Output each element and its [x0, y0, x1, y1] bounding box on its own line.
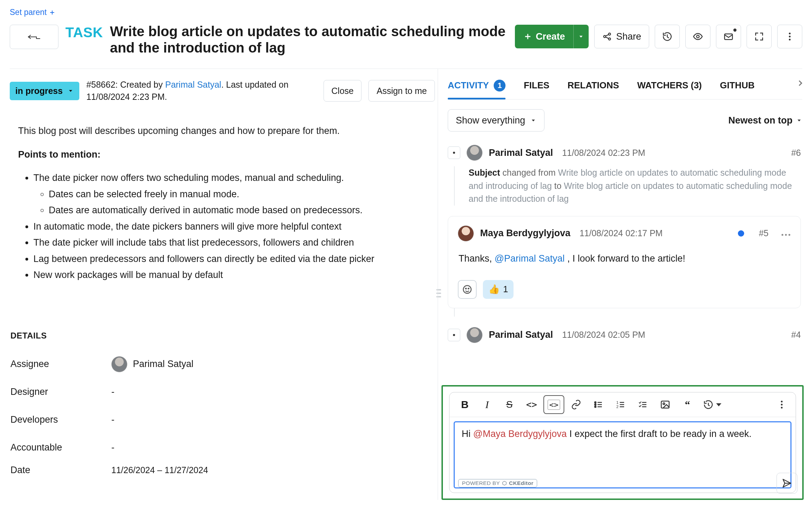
- tabs-scroll-right[interactable]: [796, 79, 804, 89]
- svg-point-16: [595, 402, 596, 403]
- more-button[interactable]: [777, 25, 802, 48]
- image-button[interactable]: [655, 396, 675, 413]
- create-button[interactable]: Create: [515, 25, 589, 48]
- chevron-down-icon: [796, 117, 802, 123]
- mark-read-button[interactable]: [716, 25, 741, 48]
- activity-num[interactable]: #6: [791, 148, 801, 158]
- assignee-name: Parimal Satyal: [133, 359, 193, 369]
- create-caret[interactable]: [573, 25, 589, 48]
- history-dropdown-button[interactable]: [700, 396, 727, 413]
- svg-point-2: [608, 38, 611, 40]
- avatar: [467, 327, 483, 343]
- activity-ts: 11/08/2024 02:05 PM: [562, 330, 645, 340]
- change-icon: [448, 146, 460, 159]
- smile-icon: [462, 284, 472, 295]
- italic-button[interactable]: I: [477, 396, 497, 413]
- developers-value[interactable]: -: [111, 414, 114, 425]
- bullet: Dates are automatically derived in autom…: [49, 203, 429, 217]
- status-dropdown[interactable]: in progress: [10, 82, 79, 100]
- close-button[interactable]: Close: [324, 80, 362, 102]
- tabs: ACTIVITY 1 FILES RELATIONS WATCHERS (3) …: [448, 69, 802, 99]
- ckeditor-logo-icon: [502, 481, 507, 486]
- quote-button[interactable]: “: [678, 396, 697, 413]
- activity-author[interactable]: Parimal Satyal: [489, 148, 553, 158]
- activity-ts: 11/08/2024 02:17 PM: [580, 228, 663, 238]
- designer-value[interactable]: -: [111, 387, 114, 397]
- developers-label: Developers: [10, 414, 111, 425]
- avatar: [467, 145, 483, 161]
- kebab-horizontal-icon: [781, 233, 791, 237]
- description[interactable]: This blog post will describes upcoming c…: [10, 103, 435, 282]
- send-button[interactable]: [777, 473, 797, 494]
- strike-button[interactable]: S: [500, 396, 519, 413]
- accountable-value[interactable]: -: [111, 442, 114, 453]
- bold-button[interactable]: B: [455, 396, 475, 413]
- codeblock-button[interactable]: <>: [544, 396, 564, 413]
- back-button[interactable]: [10, 25, 58, 49]
- envelope-icon: [723, 31, 734, 42]
- bullet: The date picker will include tabs that l…: [33, 236, 429, 250]
- activity-sort-dropdown[interactable]: Newest on top: [728, 115, 802, 126]
- comment-input[interactable]: Hi @Maya Berdygylyjova I expect the firs…: [454, 421, 791, 488]
- svg-marker-26: [503, 481, 507, 486]
- bullet: Dates can be selected freely in manual m…: [49, 187, 429, 201]
- ordered-list-button[interactable]: 12: [611, 396, 630, 413]
- creator-link[interactable]: Parimal Satyal: [165, 80, 221, 89]
- plus-icon: [49, 9, 56, 16]
- mention[interactable]: @Parimal Satyal: [495, 253, 565, 264]
- watch-button[interactable]: [685, 25, 710, 48]
- svg-point-8: [453, 152, 455, 154]
- desc-intro: This blog post will describes upcoming c…: [18, 124, 429, 138]
- activity-author[interactable]: Maya Berdygylyjova: [480, 228, 571, 239]
- chevron-right-icon: [796, 79, 804, 87]
- unread-dot-icon: [733, 29, 737, 32]
- tab-github[interactable]: GITHUB: [720, 72, 755, 99]
- task-list-button[interactable]: [633, 396, 653, 413]
- svg-point-24: [781, 404, 783, 406]
- history-icon: [662, 31, 672, 42]
- powered-by-brand: CKEditor: [509, 480, 533, 486]
- activity-sort-label: Newest on top: [728, 115, 793, 126]
- tab-watchers[interactable]: WATCHERS (3): [637, 72, 702, 99]
- meta-id-created: #58662: Created by: [86, 80, 165, 89]
- thumbs-up-icon: 👍: [488, 284, 500, 295]
- comment-more-button[interactable]: [781, 228, 791, 239]
- bullet: New work packages will be manual by defa…: [33, 268, 429, 282]
- svg-point-25: [781, 407, 783, 409]
- tab-files[interactable]: FILES: [524, 72, 549, 99]
- activity-num[interactable]: #5: [759, 228, 769, 238]
- add-reaction-button[interactable]: [458, 280, 477, 299]
- link-icon: [571, 399, 581, 410]
- activity-num[interactable]: #4: [791, 330, 801, 340]
- bullet-list-button[interactable]: [589, 396, 608, 413]
- activity-author[interactable]: Parimal Satyal: [489, 329, 553, 340]
- code-button[interactable]: <>: [522, 396, 541, 413]
- list-task-icon: [638, 399, 648, 410]
- list-bullet-icon: [593, 399, 604, 410]
- date-value[interactable]: 11/26/2024 – 11/27/2024: [111, 465, 208, 475]
- reaction-chip[interactable]: 👍 1: [483, 280, 514, 299]
- svg-point-13: [465, 288, 467, 289]
- toolbar-more-button[interactable]: [772, 396, 791, 413]
- share-button[interactable]: Share: [594, 25, 649, 48]
- comment-card: Maya Berdygylyjova 11/08/2024 02:17 PM #…: [448, 216, 801, 308]
- task-title[interactable]: Write blog article on updates to automat…: [110, 23, 508, 56]
- subject-label: Subject: [469, 168, 500, 177]
- activity-badge: 1: [494, 80, 505, 91]
- task-type-label: TASK: [65, 25, 103, 40]
- set-parent-link[interactable]: Set parent: [10, 0, 802, 20]
- svg-point-1: [608, 33, 611, 35]
- mention[interactable]: @Maya Berdygylyjova: [473, 429, 567, 439]
- svg-rect-21: [661, 401, 669, 408]
- link-button[interactable]: [566, 396, 586, 413]
- tab-activity[interactable]: ACTIVITY 1: [448, 72, 505, 99]
- fullscreen-button[interactable]: [747, 25, 772, 48]
- meta-text: #58662: Created by Parimal Satyal. Last …: [86, 79, 316, 103]
- activity-filter-dropdown[interactable]: Show everything: [448, 109, 544, 132]
- details-heading: DETAILS: [10, 331, 435, 341]
- tab-relations[interactable]: RELATIONS: [567, 72, 619, 99]
- assign-to-me-button[interactable]: Assign to me: [368, 80, 435, 102]
- status-value: in progress: [15, 86, 63, 96]
- assignee-value[interactable]: Parimal Satyal: [111, 356, 193, 372]
- history-button[interactable]: [655, 25, 680, 48]
